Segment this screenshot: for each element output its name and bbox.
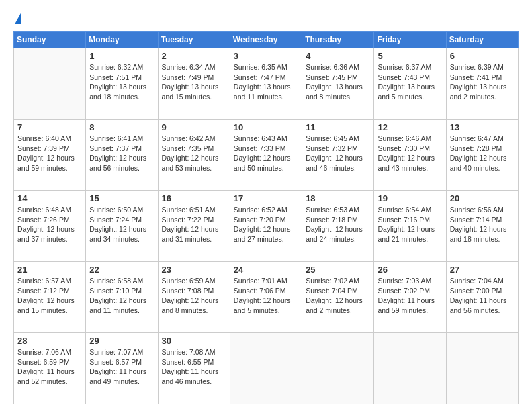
day-info: Sunrise: 6:43 AMSunset: 7:33 PMDaylight:… bbox=[234, 134, 298, 173]
calendar-cell: 24Sunrise: 7:01 AMSunset: 7:06 PMDayligh… bbox=[230, 262, 302, 333]
calendar-cell bbox=[14, 48, 86, 120]
page: SundayMondayTuesdayWednesdayThursdayFrid… bbox=[0, 0, 532, 411]
day-number: 24 bbox=[234, 265, 298, 275]
day-info: Sunrise: 6:36 AMSunset: 7:45 PMDaylight:… bbox=[306, 62, 370, 102]
day-number: 15 bbox=[89, 193, 154, 203]
day-info: Sunrise: 7:04 AMSunset: 7:00 PMDaylight:… bbox=[450, 276, 515, 316]
day-number: 22 bbox=[89, 265, 154, 275]
day-info: Sunrise: 6:35 AMSunset: 7:47 PMDaylight:… bbox=[234, 62, 298, 102]
calendar-cell: 27Sunrise: 7:04 AMSunset: 7:00 PMDayligh… bbox=[446, 262, 518, 333]
calendar-cell: 6Sunrise: 6:39 AMSunset: 7:41 PMDaylight… bbox=[446, 48, 518, 120]
calendar-cell: 1Sunrise: 6:32 AMSunset: 7:51 PMDaylight… bbox=[86, 48, 158, 120]
calendar-cell: 2Sunrise: 6:34 AMSunset: 7:49 PMDaylight… bbox=[158, 48, 230, 120]
day-number: 10 bbox=[234, 122, 298, 132]
day-info: Sunrise: 6:45 AMSunset: 7:32 PMDaylight:… bbox=[306, 134, 370, 173]
calendar-cell: 7Sunrise: 6:40 AMSunset: 7:39 PMDaylight… bbox=[14, 120, 86, 191]
logo-triangle-icon bbox=[15, 12, 21, 24]
day-number: 21 bbox=[17, 265, 82, 275]
day-info: Sunrise: 6:41 AMSunset: 7:37 PMDaylight:… bbox=[89, 134, 154, 173]
day-info: Sunrise: 6:32 AMSunset: 7:51 PMDaylight:… bbox=[89, 62, 154, 102]
day-number: 25 bbox=[306, 265, 370, 275]
calendar-cell: 20Sunrise: 6:56 AMSunset: 7:14 PMDayligh… bbox=[446, 191, 518, 262]
day-info: Sunrise: 6:51 AMSunset: 7:22 PMDaylight:… bbox=[162, 205, 226, 244]
calendar-header-thursday: Thursday bbox=[302, 32, 374, 48]
day-info: Sunrise: 6:46 AMSunset: 7:30 PMDaylight:… bbox=[378, 134, 442, 173]
calendar-cell: 26Sunrise: 7:03 AMSunset: 7:02 PMDayligh… bbox=[374, 262, 446, 333]
day-number: 12 bbox=[378, 122, 442, 132]
day-info: Sunrise: 7:02 AMSunset: 7:04 PMDaylight:… bbox=[306, 276, 370, 316]
day-number: 1 bbox=[89, 51, 154, 61]
day-number: 19 bbox=[378, 193, 442, 203]
calendar-table: SundayMondayTuesdayWednesdayThursdayFrid… bbox=[13, 31, 519, 404]
calendar-week-1: 1Sunrise: 6:32 AMSunset: 7:51 PMDaylight… bbox=[14, 48, 519, 120]
day-info: Sunrise: 6:50 AMSunset: 7:24 PMDaylight:… bbox=[89, 205, 154, 244]
day-info: Sunrise: 7:08 AMSunset: 6:55 PMDaylight:… bbox=[162, 347, 226, 387]
calendar-cell: 13Sunrise: 6:47 AMSunset: 7:28 PMDayligh… bbox=[446, 120, 518, 191]
calendar-cell: 17Sunrise: 6:52 AMSunset: 7:20 PMDayligh… bbox=[230, 191, 302, 262]
day-info: Sunrise: 7:07 AMSunset: 6:57 PMDaylight:… bbox=[89, 347, 154, 387]
calendar-header-sunday: Sunday bbox=[14, 32, 86, 48]
calendar-header-row: SundayMondayTuesdayWednesdayThursdayFrid… bbox=[14, 32, 519, 48]
calendar-cell: 14Sunrise: 6:48 AMSunset: 7:26 PMDayligh… bbox=[14, 191, 86, 262]
day-info: Sunrise: 6:59 AMSunset: 7:08 PMDaylight:… bbox=[162, 276, 226, 316]
calendar-cell: 19Sunrise: 6:54 AMSunset: 7:16 PMDayligh… bbox=[374, 191, 446, 262]
calendar-cell: 15Sunrise: 6:50 AMSunset: 7:24 PMDayligh… bbox=[86, 191, 158, 262]
day-number: 2 bbox=[162, 51, 226, 61]
calendar-header-tuesday: Tuesday bbox=[158, 32, 230, 48]
calendar-cell: 5Sunrise: 6:37 AMSunset: 7:43 PMDaylight… bbox=[374, 48, 446, 120]
day-info: Sunrise: 6:48 AMSunset: 7:26 PMDaylight:… bbox=[17, 205, 82, 244]
calendar-cell: 16Sunrise: 6:51 AMSunset: 7:22 PMDayligh… bbox=[158, 191, 230, 262]
day-number: 30 bbox=[162, 336, 226, 346]
day-number: 11 bbox=[306, 122, 370, 132]
header bbox=[13, 12, 519, 24]
day-number: 4 bbox=[306, 51, 370, 61]
day-info: Sunrise: 6:39 AMSunset: 7:41 PMDaylight:… bbox=[450, 62, 515, 102]
day-info: Sunrise: 7:03 AMSunset: 7:02 PMDaylight:… bbox=[378, 276, 442, 316]
calendar-cell: 10Sunrise: 6:43 AMSunset: 7:33 PMDayligh… bbox=[230, 120, 302, 191]
day-info: Sunrise: 6:40 AMSunset: 7:39 PMDaylight:… bbox=[17, 134, 82, 173]
calendar-cell bbox=[302, 333, 374, 404]
day-number: 20 bbox=[450, 193, 515, 203]
day-info: Sunrise: 7:01 AMSunset: 7:06 PMDaylight:… bbox=[234, 276, 298, 316]
calendar-cell: 9Sunrise: 6:42 AMSunset: 7:35 PMDaylight… bbox=[158, 120, 230, 191]
day-number: 6 bbox=[450, 51, 515, 61]
calendar-cell: 4Sunrise: 6:36 AMSunset: 7:45 PMDaylight… bbox=[302, 48, 374, 120]
day-number: 8 bbox=[89, 122, 154, 132]
day-info: Sunrise: 6:54 AMSunset: 7:16 PMDaylight:… bbox=[378, 205, 442, 244]
day-number: 14 bbox=[17, 193, 82, 203]
day-info: Sunrise: 7:06 AMSunset: 6:59 PMDaylight:… bbox=[17, 347, 82, 387]
day-info: Sunrise: 6:42 AMSunset: 7:35 PMDaylight:… bbox=[162, 134, 226, 173]
calendar-cell: 21Sunrise: 6:57 AMSunset: 7:12 PMDayligh… bbox=[14, 262, 86, 333]
day-number: 9 bbox=[162, 122, 226, 132]
day-number: 13 bbox=[450, 122, 515, 132]
calendar-header-wednesday: Wednesday bbox=[230, 32, 302, 48]
day-number: 17 bbox=[234, 193, 298, 203]
calendar-week-3: 14Sunrise: 6:48 AMSunset: 7:26 PMDayligh… bbox=[14, 191, 519, 262]
calendar-cell: 29Sunrise: 7:07 AMSunset: 6:57 PMDayligh… bbox=[86, 333, 158, 404]
calendar-cell: 22Sunrise: 6:58 AMSunset: 7:10 PMDayligh… bbox=[86, 262, 158, 333]
calendar-cell: 28Sunrise: 7:06 AMSunset: 6:59 PMDayligh… bbox=[14, 333, 86, 404]
day-info: Sunrise: 6:52 AMSunset: 7:20 PMDaylight:… bbox=[234, 205, 298, 244]
day-number: 18 bbox=[306, 193, 370, 203]
day-info: Sunrise: 6:34 AMSunset: 7:49 PMDaylight:… bbox=[162, 62, 226, 102]
calendar-header-monday: Monday bbox=[86, 32, 158, 48]
calendar-week-2: 7Sunrise: 6:40 AMSunset: 7:39 PMDaylight… bbox=[14, 120, 519, 191]
calendar-cell bbox=[446, 333, 518, 404]
day-number: 28 bbox=[17, 336, 82, 346]
calendar-cell: 30Sunrise: 7:08 AMSunset: 6:55 PMDayligh… bbox=[158, 333, 230, 404]
day-info: Sunrise: 6:37 AMSunset: 7:43 PMDaylight:… bbox=[378, 62, 442, 102]
calendar-week-4: 21Sunrise: 6:57 AMSunset: 7:12 PMDayligh… bbox=[14, 262, 519, 333]
day-number: 26 bbox=[378, 265, 442, 275]
day-number: 5 bbox=[378, 51, 442, 61]
day-number: 29 bbox=[89, 336, 154, 346]
day-info: Sunrise: 6:47 AMSunset: 7:28 PMDaylight:… bbox=[450, 134, 515, 173]
calendar-cell: 18Sunrise: 6:53 AMSunset: 7:18 PMDayligh… bbox=[302, 191, 374, 262]
calendar-header-saturday: Saturday bbox=[446, 32, 518, 48]
calendar-cell bbox=[230, 333, 302, 404]
calendar-cell: 3Sunrise: 6:35 AMSunset: 7:47 PMDaylight… bbox=[230, 48, 302, 120]
day-info: Sunrise: 6:57 AMSunset: 7:12 PMDaylight:… bbox=[17, 276, 82, 316]
day-number: 3 bbox=[234, 51, 298, 61]
day-info: Sunrise: 6:56 AMSunset: 7:14 PMDaylight:… bbox=[450, 205, 515, 244]
day-info: Sunrise: 6:58 AMSunset: 7:10 PMDaylight:… bbox=[89, 276, 154, 316]
calendar-cell bbox=[374, 333, 446, 404]
